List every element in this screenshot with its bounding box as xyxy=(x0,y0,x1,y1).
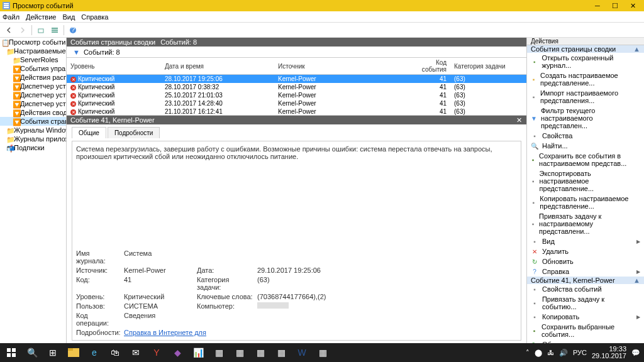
menu-file[interactable]: Файл xyxy=(3,13,19,21)
action-item[interactable]: ▪Сохранить все события в настраиваемом п… xyxy=(527,151,644,168)
menu-action[interactable]: Действие xyxy=(26,13,56,21)
tree-node[interactable]: 📁Журналы Windows xyxy=(0,126,66,134)
svg-rect-12 xyxy=(7,353,11,357)
action-item[interactable]: ▪Вид▶ xyxy=(527,236,644,246)
tray-clock[interactable]: 19:33 29.10.2017 xyxy=(592,346,626,359)
col-source[interactable]: Источник xyxy=(274,58,406,75)
collapse-icon[interactable]: ▲ xyxy=(633,277,640,284)
titlebar[interactable]: Просмотр событий ─ ☐ ✕ xyxy=(0,0,644,11)
taskbar-app-edge[interactable]: e xyxy=(84,344,104,361)
table-row[interactable]: ✕Критический23.10.2017 14:28:40Kernel-Po… xyxy=(67,99,526,107)
table-row[interactable]: ✕Критический28.10.2017 19:25:06Kernel-Po… xyxy=(67,75,526,84)
tree-node[interactable]: 📁ServerRoles xyxy=(0,55,66,64)
task-view-icon[interactable]: ⊞ xyxy=(43,344,63,361)
tree-node[interactable]: 🔽События страницы сво xyxy=(0,117,66,126)
taskbar-app-generic4[interactable]: ▦ xyxy=(271,344,291,361)
minimize-button[interactable]: ─ xyxy=(589,1,606,11)
tree-node[interactable]: 📁Настраиваемые представл xyxy=(0,47,66,55)
svg-rect-3 xyxy=(4,7,9,8)
action-item[interactable]: ▪Открыть сохраненный журнал... xyxy=(527,53,644,70)
action-item[interactable]: ?Справка▶ xyxy=(527,266,644,277)
action-item[interactable]: ▪Привязать задачу к настраиваемому предс… xyxy=(527,211,644,236)
forward-button[interactable] xyxy=(16,24,29,36)
table-row[interactable]: ✕Критический25.10.2017 21:01:03Kernel-Po… xyxy=(67,91,526,99)
svg-text:?: ? xyxy=(71,26,75,33)
up-button[interactable] xyxy=(35,24,47,36)
action-item[interactable]: ↻Обновить xyxy=(527,256,644,266)
taskbar[interactable]: 🔍 ⊞ e 🛍 ✉ Y ◆ 📊 ▦ ▦ ▦ ▦ W ▦ ˄ ⬤ 🖧 🔊 РУС … xyxy=(0,343,644,362)
col-level[interactable]: Уровень xyxy=(67,58,161,75)
action-item[interactable]: ▪Сохранить выбранные события... xyxy=(527,322,644,339)
action-item[interactable]: ▪Свойства xyxy=(527,131,644,141)
taskbar-app-explorer[interactable] xyxy=(64,344,84,361)
action-item[interactable]: ▪Создать настраиваемое представление... xyxy=(527,70,644,88)
taskbar-app-generic1[interactable]: ▦ xyxy=(209,344,229,361)
taskbar-app-store[interactable]: 🛍 xyxy=(105,344,125,361)
event-grid[interactable]: Уровень Дата и время Источник Код событи… xyxy=(67,58,526,116)
nav-tree[interactable]: 📋Просмотр событий (Локальн 📁Настраиваемы… xyxy=(0,38,67,343)
tree-node[interactable]: 🔽Диспетчер устройств - I xyxy=(0,90,66,99)
start-button[interactable] xyxy=(1,344,21,361)
tray-notifications-icon[interactable]: 💬 xyxy=(631,349,640,357)
tree-node[interactable]: 🔽События управления xyxy=(0,64,66,73)
tree-node[interactable]: 📬Подписки xyxy=(0,143,66,152)
tray-volume-icon[interactable]: 🔊 xyxy=(559,349,568,357)
collapse-icon[interactable]: ▲ xyxy=(633,45,640,53)
back-button[interactable] xyxy=(3,24,15,36)
svg-rect-13 xyxy=(12,353,16,357)
action-item[interactable]: ▪Копировать▶ xyxy=(527,312,644,322)
search-icon[interactable]: 🔍 xyxy=(22,344,42,361)
svg-rect-6 xyxy=(52,30,58,31)
tray-app-icon[interactable]: ⬤ xyxy=(535,349,542,357)
close-button[interactable]: ✕ xyxy=(624,1,641,11)
action-item[interactable]: ✕Удалить xyxy=(527,246,644,256)
col-date[interactable]: Дата и время xyxy=(161,58,274,75)
tree-node[interactable]: 🔽Действия расположения xyxy=(0,73,66,82)
taskbar-app-word[interactable]: W xyxy=(292,344,312,361)
menu-view[interactable]: Вид xyxy=(62,13,75,21)
maximize-button[interactable]: ☐ xyxy=(606,1,624,11)
tray-network-icon[interactable]: 🖧 xyxy=(547,349,554,356)
tree-node[interactable]: 🔽Действия сводки xyxy=(0,108,66,117)
table-row[interactable]: ✕Критический21.10.2017 16:12:41Kernel-Po… xyxy=(67,107,526,116)
taskbar-app-vs[interactable]: ◆ xyxy=(167,344,187,361)
taskbar-app-generic5[interactable]: ▦ xyxy=(313,344,333,361)
window-title: Просмотр событий xyxy=(13,2,589,9)
taskbar-app-generic3[interactable]: ▦ xyxy=(250,344,270,361)
center-pane: События страницы сводки Событий: 8 ▼ Соб… xyxy=(67,38,527,343)
taskbar-app-mail[interactable]: ✉ xyxy=(126,344,146,361)
action-item[interactable]: ▪Импорт настраиваемого представления... xyxy=(527,88,644,106)
action-item[interactable]: ▪Свойства событий xyxy=(527,284,644,294)
menubar: Файл Действие Вид Справка xyxy=(0,11,644,23)
list-button[interactable] xyxy=(48,24,61,36)
actions-group2-header[interactable]: Событие 41, Kernel-Power▲ xyxy=(527,277,644,284)
taskbar-app-generic2[interactable]: ▦ xyxy=(230,344,250,361)
tray-language[interactable]: РУС xyxy=(573,349,587,356)
tree-root[interactable]: 📋Просмотр событий (Локальн xyxy=(0,38,66,47)
detail-close-icon[interactable]: ✕ xyxy=(515,116,523,124)
tray-chevron-up-icon[interactable]: ˄ xyxy=(526,349,530,357)
col-id[interactable]: Код события xyxy=(406,58,450,75)
action-item[interactable]: ▪Экспортировать настраиваемое представле… xyxy=(527,168,644,194)
tree-node[interactable]: 📁Журналы приложений и с xyxy=(0,134,66,143)
system-tray[interactable]: ˄ ⬤ 🖧 🔊 РУС 19:33 29.10.2017 💬 xyxy=(526,346,643,359)
actions-group1-header[interactable]: События страницы сводки▲ xyxy=(527,45,644,53)
table-row[interactable]: ✕Критический28.10.2017 0:38:32Kernel-Pow… xyxy=(67,83,526,91)
tab-general[interactable]: Общие xyxy=(72,127,106,138)
col-cat[interactable]: Категория задачи xyxy=(450,58,526,75)
tab-details[interactable]: Подробности xyxy=(108,127,160,138)
action-item[interactable]: 🔍Найти... xyxy=(527,141,644,151)
action-item[interactable]: ▼Фильтр текущего настраиваемого представ… xyxy=(527,106,644,131)
event-count: Событий: 8 xyxy=(84,48,120,56)
action-item[interactable]: ▪Копировать настраиваемое представление.… xyxy=(527,194,644,211)
help-icon[interactable]: ? xyxy=(67,24,79,36)
tree-node[interactable]: 🔽Диспетчер устройств - L xyxy=(0,82,66,90)
online-help-link[interactable]: Справка в Интернете для xyxy=(124,329,517,336)
taskbar-app-monitor[interactable]: 📊 xyxy=(188,344,208,361)
tree-node[interactable]: 🔽Диспетчер устройств - Н xyxy=(0,99,66,108)
svg-rect-7 xyxy=(52,31,58,33)
menu-help[interactable]: Справка xyxy=(81,13,108,21)
taskbar-app-yandex[interactable]: Y xyxy=(147,344,167,361)
action-item[interactable]: ▪Привязать задачу к событию... xyxy=(527,294,644,312)
actions-header: Действия xyxy=(527,38,644,45)
